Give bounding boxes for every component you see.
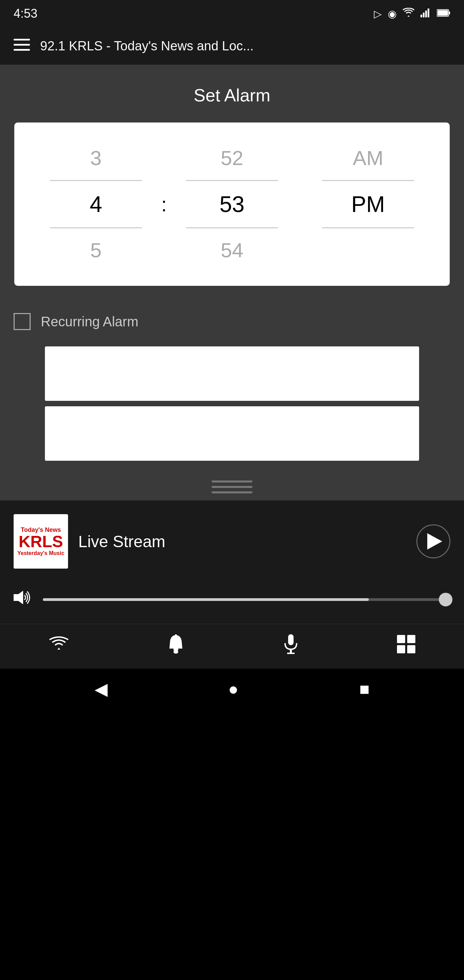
minute-above[interactable]: 52 [174, 136, 290, 180]
minute-below[interactable]: 54 [174, 228, 290, 272]
period-selected[interactable]: PM [310, 181, 426, 227]
wifi-icon [403, 8, 414, 20]
volume-thumb [439, 593, 453, 606]
status-bar: 4:53 ▷ ◉ [0, 0, 464, 27]
svg-rect-1 [423, 13, 424, 18]
drag-line-3 [211, 492, 253, 493]
bottom-nav [0, 624, 464, 669]
app-title: 92.1 KRLS - Today's News and Loc... [40, 39, 254, 53]
volume-section [0, 582, 464, 624]
svg-rect-9 [14, 49, 30, 51]
recurring-label: Recurring Alarm [41, 314, 138, 329]
drag-line-2 [211, 486, 253, 488]
picker-row-below: 5 54 [14, 228, 450, 272]
nav-item-record[interactable] [282, 634, 299, 659]
svg-rect-7 [14, 39, 30, 40]
player-title: Live Stream [78, 533, 165, 550]
recurring-checkbox[interactable] [14, 313, 30, 330]
recurring-section: Recurring Alarm [0, 299, 464, 337]
logo-bottom-text: Yesterday's Music [17, 550, 64, 556]
white-box-2 [45, 406, 419, 461]
player-info: Live Stream [78, 532, 406, 551]
grid-icon [397, 635, 415, 658]
app-bar: 92.1 KRLS - Today's News and Loc... [0, 27, 464, 65]
svg-rect-5 [449, 11, 450, 14]
battery-icon [437, 8, 450, 19]
svg-point-12 [173, 650, 178, 654]
picker-row-selected: 4 : 53 PM [14, 181, 450, 227]
status-icons: ▷ ◉ [374, 8, 450, 20]
svg-rect-8 [14, 44, 30, 46]
player-section: Today's News KRLS Yesterday's Music Live… [0, 500, 464, 582]
drag-handle [0, 470, 464, 500]
svg-rect-17 [397, 635, 405, 643]
period-above[interactable]: AM [310, 136, 426, 180]
volume-fill [43, 598, 369, 601]
bell-icon [167, 634, 185, 659]
svg-rect-0 [421, 14, 422, 18]
nav-item-grid[interactable] [397, 635, 415, 658]
stream-icon [49, 635, 69, 657]
nav-item-alarm[interactable] [167, 634, 185, 659]
volume-track[interactable] [43, 598, 450, 601]
nav-item-stream[interactable] [49, 635, 69, 657]
svg-rect-2 [425, 11, 427, 18]
svg-rect-13 [175, 634, 177, 636]
svg-rect-14 [288, 634, 294, 645]
svg-rect-18 [407, 635, 415, 643]
period-below [310, 240, 426, 261]
picker-row-above: 3 52 AM [14, 136, 450, 180]
main-content: Set Alarm 3 52 AM 4 : 53 PM [0, 65, 464, 299]
microphone-icon [282, 634, 299, 659]
location-icon: ◉ [388, 8, 397, 20]
svg-rect-20 [407, 645, 415, 653]
station-logo: Today's News KRLS Yesterday's Music [14, 514, 68, 569]
svg-rect-19 [397, 645, 405, 653]
logo-krls-text: KRLS [19, 533, 63, 550]
time-picker: 3 52 AM 4 : 53 PM [14, 123, 450, 286]
drag-line-1 [211, 480, 253, 482]
svg-rect-16 [287, 653, 295, 654]
play-triangle-icon [427, 533, 442, 550]
svg-rect-3 [427, 8, 429, 18]
recent-button[interactable]: ■ [359, 679, 369, 699]
white-box-1 [45, 347, 419, 401]
time-colon: : [154, 192, 174, 216]
svg-rect-15 [290, 649, 292, 653]
hour-below[interactable]: 5 [38, 228, 154, 272]
drag-lines [211, 480, 253, 493]
set-alarm-title: Set Alarm [194, 85, 270, 105]
home-button[interactable]: ● [228, 679, 238, 699]
svg-marker-10 [14, 591, 23, 605]
system-bar: ◀ ● ■ [0, 669, 464, 710]
status-time: 4:53 [14, 6, 37, 21]
hour-above[interactable]: 3 [38, 136, 154, 180]
back-button[interactable]: ◀ [95, 679, 108, 699]
white-boxes-section [0, 337, 464, 470]
hour-selected[interactable]: 4 [38, 181, 154, 227]
svg-rect-6 [437, 10, 448, 16]
play-status-icon: ▷ [374, 8, 382, 20]
menu-icon[interactable] [14, 37, 30, 54]
volume-icon [14, 589, 33, 610]
signal-icon [421, 8, 431, 20]
minute-selected[interactable]: 53 [174, 181, 290, 227]
play-button[interactable] [416, 524, 450, 558]
